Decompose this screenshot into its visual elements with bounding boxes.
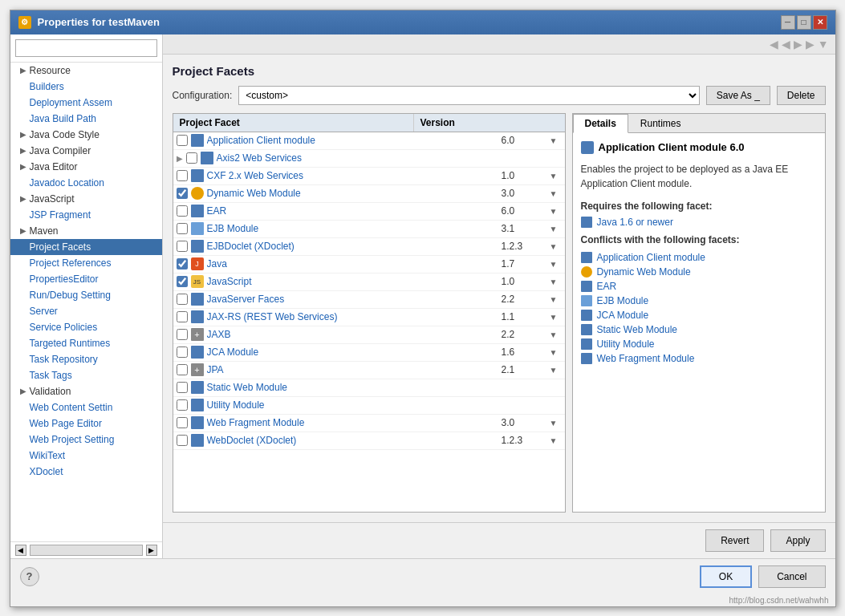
- nav-forward-button2[interactable]: ▶: [806, 38, 815, 51]
- facet-checkbox-ejb[interactable]: [177, 223, 188, 234]
- tab-runtimes[interactable]: Runtimes: [628, 114, 693, 133]
- nav-item-java-code-style[interactable]: ▶Java Code Style: [10, 127, 162, 143]
- facet-dropdown-cxf[interactable]: ▼: [546, 172, 562, 180]
- facet-checkbox-jaxb[interactable]: [177, 329, 188, 340]
- help-button[interactable]: ?: [20, 567, 39, 586]
- delete-button[interactable]: Delete: [777, 86, 826, 105]
- facet-name-ejbdoclet[interactable]: EJBDoclet (XDoclet): [207, 241, 502, 252]
- facet-dropdown-jca[interactable]: ▼: [546, 348, 562, 357]
- facet-checkbox-webdoclet[interactable]: [177, 435, 188, 446]
- facet-dropdown-ejbdoclet[interactable]: ▼: [546, 242, 562, 251]
- facet-checkbox-javascript[interactable]: [177, 276, 188, 287]
- nav-forward-button[interactable]: ▶: [794, 38, 802, 51]
- facet-checkbox-java[interactable]: [177, 258, 188, 270]
- facet-checkbox-cxf[interactable]: [177, 170, 188, 181]
- facet-checkbox-jca[interactable]: [177, 346, 188, 358]
- revert-button[interactable]: Revert: [705, 529, 764, 552]
- facet-name-webdoclet[interactable]: WebDoclet (XDoclet): [207, 435, 502, 446]
- facet-checkbox-jpa[interactable]: [177, 364, 188, 375]
- nav-dropdown-button[interactable]: ▼: [818, 38, 829, 51]
- nav-item-run-debug[interactable]: Run/Debug Setting: [10, 287, 162, 303]
- apply-button[interactable]: Apply: [770, 529, 825, 552]
- facet-dropdown-java[interactable]: ▼: [546, 260, 562, 269]
- facet-name-ear[interactable]: EAR: [207, 205, 502, 217]
- ok-button[interactable]: OK: [700, 565, 752, 588]
- facet-name-jpa[interactable]: JPA: [207, 364, 502, 375]
- facet-name-dynamic-web[interactable]: Dynamic Web Module: [207, 188, 502, 199]
- facet-name-java[interactable]: Java: [207, 258, 502, 270]
- facet-dropdown-dynamic-web[interactable]: ▼: [546, 189, 562, 198]
- nav-item-task-repository[interactable]: Task Repository: [10, 351, 162, 367]
- config-select[interactable]: <custom>: [238, 86, 700, 105]
- nav-item-jsp[interactable]: JSP Fragment: [10, 207, 162, 223]
- nav-back-button[interactable]: ◀: [770, 38, 778, 51]
- nav-item-task-tags[interactable]: Task Tags: [10, 367, 162, 383]
- close-button[interactable]: ✕: [813, 15, 827, 30]
- facet-name-javascript[interactable]: JavaScript: [207, 276, 502, 287]
- minimize-button[interactable]: ─: [781, 15, 795, 30]
- facet-checkbox-utility[interactable]: [177, 399, 188, 411]
- facet-name-axis2[interactable]: Axis2 Web Services: [217, 152, 518, 164]
- facet-checkbox-axis2[interactable]: [186, 152, 197, 164]
- nav-back-button2[interactable]: ◀: [782, 38, 790, 51]
- facet-dropdown-jsf[interactable]: ▼: [546, 295, 562, 304]
- nav-item-project-facets[interactable]: Project Facets: [10, 239, 162, 255]
- nav-item-service-policies[interactable]: Service Policies: [10, 319, 162, 335]
- nav-item-deployment[interactable]: Deployment Assem: [10, 95, 162, 111]
- facet-name-static-web[interactable]: Static Web Module: [207, 382, 518, 393]
- cancel-button[interactable]: Cancel: [758, 565, 825, 588]
- facet-name-jsf[interactable]: JavaServer Faces: [207, 294, 502, 305]
- facet-dropdown-jpa[interactable]: ▼: [546, 366, 562, 375]
- tab-details[interactable]: Details: [573, 114, 628, 133]
- nav-item-java-editor[interactable]: ▶Java Editor: [10, 159, 162, 175]
- save-as-button[interactable]: Save As _: [706, 86, 770, 105]
- facet-name-utility[interactable]: Utility Module: [207, 399, 518, 411]
- nav-item-properties-editor[interactable]: PropertiesEditor: [10, 271, 162, 287]
- conflict-text-4: JCA Module: [597, 310, 649, 321]
- facet-dropdown-app-client[interactable]: ▼: [546, 136, 562, 145]
- facet-name-cxf[interactable]: CXF 2.x Web Services: [207, 170, 502, 181]
- facet-dropdown-javascript[interactable]: ▼: [546, 278, 562, 286]
- nav-item-validation[interactable]: ▶Validation: [10, 383, 162, 399]
- nav-item-web-project[interactable]: Web Project Setting: [10, 432, 162, 448]
- maximize-button[interactable]: □: [797, 15, 811, 30]
- facet-name-ejb[interactable]: EJB Module: [207, 223, 502, 234]
- facet-name-app-client[interactable]: Application Client module: [207, 135, 502, 146]
- facet-name-jaxrs[interactable]: JAX-RS (REST Web Services): [207, 311, 502, 322]
- search-input[interactable]: [15, 39, 157, 57]
- nav-item-java-build-path[interactable]: Java Build Path: [10, 111, 162, 127]
- facet-checkbox-jaxrs[interactable]: [177, 311, 188, 322]
- nav-item-xdoclet[interactable]: XDoclet: [10, 464, 162, 480]
- nav-item-web-page-editor[interactable]: Web Page Editor: [10, 415, 162, 432]
- facet-checkbox-ear[interactable]: [177, 205, 188, 217]
- facet-dropdown-ejb[interactable]: ▼: [546, 225, 562, 233]
- nav-item-java-compiler[interactable]: ▶Java Compiler: [10, 143, 162, 159]
- facet-name-jaxb[interactable]: JAXB: [207, 329, 502, 340]
- facet-name-jca[interactable]: JCA Module: [207, 346, 502, 358]
- facet-name-web-fragment[interactable]: Web Fragment Module: [207, 417, 502, 428]
- nav-item-builders[interactable]: Builders: [10, 79, 162, 95]
- nav-item-maven[interactable]: ▶Maven: [10, 223, 162, 239]
- nav-item-resource[interactable]: ▶Resource: [10, 63, 162, 79]
- facet-checkbox-web-fragment[interactable]: [177, 417, 188, 428]
- nav-item-javascript[interactable]: ▶JavaScript: [10, 191, 162, 207]
- facet-dropdown-jaxb[interactable]: ▼: [546, 330, 562, 339]
- nav-item-project-references[interactable]: Project References: [10, 255, 162, 271]
- facet-checkbox-ejbdoclet[interactable]: [177, 241, 188, 252]
- facet-dropdown-jaxrs[interactable]: ▼: [546, 313, 562, 322]
- facet-dropdown-webdoclet[interactable]: ▼: [546, 436, 562, 445]
- nav-item-javadoc[interactable]: Javadoc Location: [10, 175, 162, 191]
- facet-checkbox-static-web[interactable]: [177, 382, 188, 393]
- nav-item-web-content[interactable]: Web Content Settin: [10, 399, 162, 415]
- facet-expand-axis2[interactable]: ▶: [177, 154, 186, 163]
- nav-item-wikitext[interactable]: WikiText: [10, 448, 162, 464]
- facet-dropdown-ear[interactable]: ▼: [546, 207, 562, 216]
- facet-dropdown-web-fragment[interactable]: ▼: [546, 419, 562, 428]
- scroll-left-button[interactable]: ◀: [15, 545, 26, 556]
- facet-checkbox-app-client[interactable]: [177, 135, 188, 146]
- nav-item-server[interactable]: Server: [10, 303, 162, 319]
- nav-item-targeted-runtimes[interactable]: Targeted Runtimes: [10, 335, 162, 351]
- facet-checkbox-dynamic-web[interactable]: [177, 188, 188, 199]
- facet-checkbox-jsf[interactable]: [177, 294, 188, 305]
- scroll-right-button[interactable]: ▶: [146, 545, 157, 556]
